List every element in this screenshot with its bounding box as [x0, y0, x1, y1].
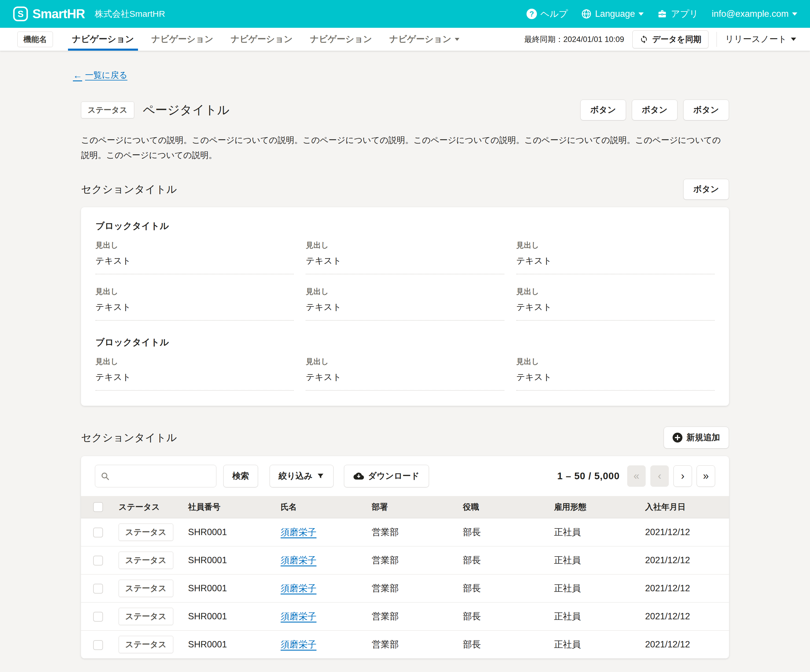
row-checkbox[interactable] [93, 555, 103, 566]
field-label: 見出し [306, 240, 504, 250]
help-icon: ? [526, 9, 537, 19]
field-value: テキスト [306, 371, 504, 383]
page-action-button-3[interactable]: ボタン [683, 100, 729, 120]
search-input[interactable] [113, 471, 211, 481]
main-content: ← 一覧に戻る ステータス ページタイトル ボタン ボタン ボタン このページに… [81, 51, 729, 658]
field-label: 見出し [516, 356, 714, 367]
row-checkbox[interactable] [93, 528, 103, 537]
column-header-employee-id: 社員番号 [188, 496, 281, 518]
nav-tab-4[interactable]: ナビゲーション [302, 28, 381, 51]
app-header: S SmartHR 株式会社SmartHR ? ヘルプ Language [0, 0, 810, 28]
employee-name-link[interactable]: 須磨栄子 [281, 583, 316, 593]
employee-name-link[interactable]: 須磨栄子 [281, 555, 316, 565]
table-row: ステータス SHR0001 須磨栄子 営業部 部長 正社員 2021/12/12 [81, 630, 729, 658]
sync-data-button[interactable]: データを同期 [633, 30, 709, 48]
status-badge: ステータス [119, 580, 173, 597]
field-label: 見出し [306, 287, 504, 297]
column-header-employment: 雇用形態 [554, 496, 645, 518]
field-label: 見出し [96, 356, 294, 367]
filter-label: 絞り込み [278, 470, 312, 482]
nav-tab-2[interactable]: ナビゲーション [143, 28, 222, 51]
globe-icon [581, 9, 592, 19]
page-action-button-2[interactable]: ボタン [632, 100, 677, 120]
add-new-label: 新規追加 [687, 432, 720, 443]
status-badge: ステータス [119, 608, 173, 625]
hire-date-cell: 2021/12/12 [645, 518, 729, 546]
nav-tab-5-dropdown[interactable]: ナビゲーション [381, 28, 468, 51]
pagination: 1 – 50 / 5,000 « ‹ › » [557, 465, 715, 487]
status-badge: ステータス [119, 636, 173, 653]
nav-tab-3[interactable]: ナビゲーション [222, 28, 301, 51]
nav-tab-1[interactable]: ナビゲーション [63, 28, 143, 51]
hire-date-cell: 2021/12/12 [645, 574, 729, 602]
page-action-button-1[interactable]: ボタン [580, 100, 626, 120]
employee-name-link[interactable]: 須磨栄子 [281, 639, 316, 649]
help-link[interactable]: ? ヘルプ [526, 8, 568, 20]
field-value: テキスト [306, 301, 504, 313]
department-cell: 営業部 [372, 518, 463, 546]
status-badge: ステータス [119, 552, 173, 569]
pagination-last-button[interactable]: » [697, 465, 715, 487]
department-cell: 営業部 [372, 574, 463, 602]
apps-link[interactable]: アプリ [657, 8, 698, 20]
table-card: 検索 絞り込み ダウンロード 1 – 50 [81, 456, 729, 658]
section1-button[interactable]: ボタン [683, 179, 729, 200]
position-cell: 部長 [463, 574, 554, 602]
nav-tab-label: ナビゲーション [231, 33, 292, 45]
employee-name-link[interactable]: 須磨栄子 [281, 611, 316, 621]
apps-label: アプリ [671, 8, 698, 20]
plus-icon [673, 433, 682, 442]
page-actions: ボタン ボタン ボタン [580, 100, 729, 120]
smarthr-logo[interactable]: S SmartHR [13, 6, 85, 22]
add-new-button[interactable]: 新規追加 [663, 427, 729, 449]
filter-button[interactable]: 絞り込み [270, 465, 334, 487]
hire-date-cell: 2021/12/12 [645, 546, 729, 574]
pagination-first-button[interactable]: « [627, 465, 646, 487]
pagination-prev-button[interactable]: ‹ [650, 465, 669, 487]
account-email: info@example.com [712, 9, 788, 19]
hire-date-cell: 2021/12/12 [645, 630, 729, 658]
select-all-checkbox[interactable] [93, 502, 103, 512]
pagination-next-button[interactable]: › [673, 465, 692, 487]
download-button[interactable]: ダウンロード [344, 465, 429, 487]
employee-table: ステータス 社員番号 氏名 部署 役職 雇用形態 入社年月日 ステータス SHR… [81, 496, 729, 658]
search-icon [100, 471, 110, 481]
info-card: ブロックタイトル 見出し テキスト 見出し テキスト 見出し テキスト 見出し … [81, 207, 729, 406]
language-menu[interactable]: Language [581, 9, 644, 19]
employee-id-cell: SHR0001 [188, 518, 281, 546]
chevron-down-icon [638, 12, 644, 16]
field: 見出し テキスト [306, 356, 504, 391]
field-label: 見出し [96, 287, 294, 297]
download-label: ダウンロード [368, 470, 419, 482]
row-checkbox[interactable] [93, 640, 103, 650]
smarthr-logo-icon: S [13, 6, 29, 22]
back-to-list-link[interactable]: ← 一覧に戻る [73, 69, 127, 81]
page-title: ページタイトル [143, 102, 230, 118]
block-title: ブロックタイトル [96, 336, 714, 348]
chevron-down-icon [455, 38, 459, 41]
field-value: テキスト [516, 301, 714, 313]
field-label: 見出し [516, 240, 714, 250]
employee-name-link[interactable]: 須磨栄子 [281, 527, 316, 537]
search-button[interactable]: 検索 [223, 465, 258, 487]
section2-title: セクションタイトル [81, 431, 177, 445]
field-value: テキスト [516, 371, 714, 383]
employment-cell: 正社員 [554, 546, 645, 574]
toolbox-icon [657, 9, 667, 19]
chevron-down-icon [791, 38, 796, 41]
feature-name-chip: 機能名 [17, 32, 53, 47]
row-checkbox[interactable] [93, 612, 103, 621]
column-header-hire-date: 入社年月日 [645, 496, 729, 518]
release-notes-menu[interactable]: リリースノート [725, 33, 796, 45]
department-cell: 営業部 [372, 546, 463, 574]
field-value: テキスト [306, 255, 504, 267]
pagination-range: 1 – 50 / 5,000 [557, 471, 619, 481]
department-cell: 営業部 [372, 602, 463, 630]
table-row: ステータス SHR0001 須磨栄子 営業部 部長 正社員 2021/12/12 [81, 602, 729, 630]
field: 見出し テキスト [516, 356, 714, 391]
field-label: 見出し [516, 287, 714, 297]
account-menu[interactable]: info@example.com [712, 9, 797, 19]
row-checkbox[interactable] [93, 584, 103, 594]
employment-cell: 正社員 [554, 574, 645, 602]
block-1: ブロックタイトル 見出し テキスト 見出し テキスト 見出し テキスト 見出し … [96, 220, 714, 321]
